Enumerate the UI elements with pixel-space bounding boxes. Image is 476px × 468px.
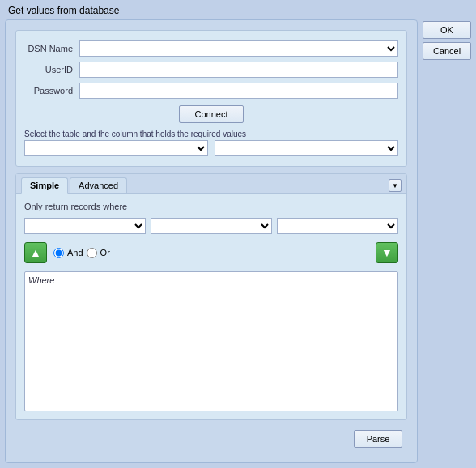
userid-input[interactable]: [79, 62, 398, 78]
connect-button[interactable]: Connect: [179, 105, 244, 123]
table-select-section: Select the table and the column that hol…: [24, 130, 398, 156]
password-label: Password: [24, 86, 73, 96]
down-arrow-icon: ▼: [381, 246, 393, 259]
arrow-buttons-row: ▲ And Or ▼: [24, 240, 398, 265]
ok-button[interactable]: OK: [423, 21, 471, 39]
condition-operator-select[interactable]: [151, 218, 272, 234]
condition-value-select[interactable]: [277, 218, 398, 234]
parse-button[interactable]: Parse: [354, 430, 402, 448]
condition-row: [24, 218, 398, 234]
dialog-title: Get values from database: [0, 0, 476, 19]
connect-row: Connect: [24, 104, 398, 125]
table-select-label: Select the table and the column that hol…: [24, 130, 398, 138]
and-or-group: And Or: [53, 248, 369, 258]
simple-tab-content: Only return records where ▲: [16, 194, 406, 419]
and-label: And: [67, 248, 83, 257]
dsn-select[interactable]: [79, 40, 398, 57]
userid-label: UserID: [24, 65, 73, 74]
table-select-row: [24, 140, 398, 156]
tab-advanced[interactable]: Advanced: [70, 177, 127, 193]
table-select[interactable]: [24, 140, 208, 156]
or-radio[interactable]: [87, 248, 97, 258]
bottom-bar: Parse: [15, 427, 407, 453]
cancel-button[interactable]: Cancel: [423, 42, 471, 60]
dsn-row: DSN Name: [24, 40, 398, 57]
userid-row: UserID: [24, 62, 398, 78]
form-section: DSN Name UserID Password Connect Sele: [15, 30, 407, 167]
move-up-button[interactable]: ▲: [24, 242, 47, 263]
where-label: Where: [28, 275, 394, 285]
dialog-panel: DSN Name UserID Password Connect Sele: [5, 19, 418, 463]
column-select[interactable]: [215, 140, 398, 156]
tabs-header: Simple Advanced ▼: [16, 174, 406, 194]
or-label: Or: [100, 248, 110, 257]
tab-dropdown-icon[interactable]: ▼: [389, 179, 402, 192]
move-down-button[interactable]: ▼: [376, 242, 398, 263]
password-row: Password: [24, 83, 398, 99]
condition-field-select[interactable]: [24, 218, 146, 234]
up-arrow-icon: ▲: [30, 246, 41, 259]
tabs-section: Simple Advanced ▼ Only return records wh…: [15, 173, 407, 420]
tab-simple[interactable]: Simple: [21, 177, 68, 194]
side-buttons: OK Cancel: [423, 19, 471, 463]
and-radio[interactable]: [53, 248, 64, 258]
dsn-label: DSN Name: [24, 44, 73, 53]
password-input[interactable]: [79, 83, 398, 99]
dropdown-arrow-icon: ▼: [392, 182, 398, 189]
records-label: Only return records where: [24, 202, 398, 211]
where-box: Where: [24, 271, 398, 411]
